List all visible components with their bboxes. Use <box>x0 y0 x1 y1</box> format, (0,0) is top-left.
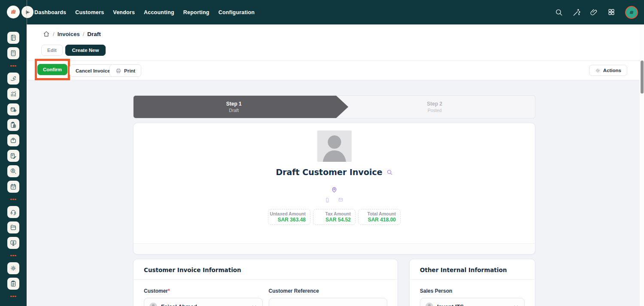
create-new-button[interactable]: Create New <box>65 45 106 56</box>
step2-subtitle: Posted <box>428 108 442 113</box>
customer-select[interactable]: Faisal Ahmed <box>144 298 263 306</box>
total-amount-label: Total Amount <box>358 211 396 216</box>
gear-icon <box>595 68 601 73</box>
chevron-down-icon <box>251 303 257 306</box>
nav-item-vendors[interactable]: Vendors <box>113 9 135 15</box>
navbar-divider <box>27 0 27 24</box>
avatar-logo-icon <box>628 9 635 16</box>
edit-button[interactable]: Edit <box>41 45 63 56</box>
confirm-highlight-annotation: Confirm <box>35 59 70 80</box>
amounts-row: Untaxed Amount SAR 363.48 Tax Amount SAR… <box>134 209 535 225</box>
clipboard-calculator-icon <box>10 121 17 128</box>
paperclip-icon[interactable] <box>590 8 598 16</box>
apps-grid-icon[interactable] <box>608 8 616 16</box>
eco-hand-icon <box>10 75 17 82</box>
breadcrumb: / Invoices / Draft <box>43 30 101 37</box>
sidebar-item-reports[interactable] <box>7 88 19 100</box>
collapse-left-icon <box>24 9 31 15</box>
sidebar-item-expenses[interactable] <box>7 150 19 162</box>
nav-item-customers[interactable]: Customers <box>75 9 104 15</box>
breadcrumb-invoices[interactable]: Invoices <box>58 31 80 37</box>
print-button[interactable]: Print <box>109 64 141 77</box>
invoice-title-row: Draft Customer Invoice <box>134 167 535 177</box>
sales-person-select[interactable]: Invent ITS <box>420 298 525 306</box>
sidebar-item-tasks[interactable] <box>7 278 19 290</box>
sidebar-section-divider <box>10 296 16 297</box>
sidebar-item-settings[interactable] <box>7 262 19 274</box>
sales-person-field-group: Sales Person Invent ITS <box>420 288 525 306</box>
search-icon[interactable] <box>555 8 563 16</box>
sidebar-item-planning[interactable] <box>7 181 19 193</box>
sidebar-item-ledger[interactable] <box>7 32 19 44</box>
calendar-check-icon <box>10 183 17 190</box>
invoice-title: Draft Customer Invoice <box>276 167 382 177</box>
invoice-stepper: Step 1 Draft Step 2 Posted <box>133 95 535 118</box>
pen-calculator-icon <box>10 152 17 159</box>
sidebar-item-eco[interactable] <box>7 73 19 85</box>
action-toolbar: Confirm Cancel Invoice Print Actions <box>27 61 644 80</box>
sidebar-section-divider <box>10 65 16 67</box>
customer-reference-input-wrap <box>269 298 388 306</box>
settings-gear-icon <box>10 265 17 272</box>
stepper-step-1[interactable]: Step 1 Draft <box>134 96 334 118</box>
printer-icon <box>115 68 122 74</box>
step2-title: Step 2 <box>427 101 442 107</box>
sidebar-item-support[interactable] <box>7 206 19 218</box>
navbar-actions <box>555 0 638 24</box>
user-avatar[interactable] <box>625 6 638 19</box>
phone-icon[interactable] <box>325 197 330 203</box>
actions-button[interactable]: Actions <box>589 65 627 76</box>
invoice-summary-card: Draft Customer Invoice <box>133 123 535 254</box>
customer-info-header: Customer Invoice Information <box>134 259 398 280</box>
nav-item-dashboards[interactable]: Dashboards <box>34 9 66 15</box>
print-button-label: Print <box>124 68 135 73</box>
tax-amount-label: Tax Amount <box>313 211 351 216</box>
stepper-step-2[interactable]: Step 2 Posted <box>334 96 535 118</box>
actions-button-label: Actions <box>603 68 621 73</box>
untaxed-amount-value: SAR 363.48 <box>268 217 306 223</box>
top-navbar: Dashboards Customers Vendors Accounting … <box>0 0 644 24</box>
customer-avatar-placeholder <box>317 130 352 162</box>
magnifier-icon[interactable] <box>386 169 393 176</box>
nav-item-configuration[interactable]: Configuration <box>219 9 255 15</box>
breadcrumb-separator: / <box>53 31 55 37</box>
sidebar-item-documents[interactable] <box>7 221 19 233</box>
brand-logo-icon <box>9 8 18 16</box>
app-logo[interactable] <box>7 6 20 18</box>
email-icon[interactable] <box>337 197 344 203</box>
sales-person-value: Invent ITS <box>437 303 509 306</box>
person-silhouette-icon <box>317 130 352 162</box>
sidebar-section-divider <box>10 199 16 200</box>
customer-info-body: Customer* Faisal Ahmed Customer Referenc… <box>134 280 398 306</box>
sidebar-item-billing[interactable] <box>7 119 19 131</box>
step1-title: Step 1 <box>226 101 242 107</box>
confirm-button[interactable]: Confirm <box>37 64 67 75</box>
breadcrumb-draft: Draft <box>87 31 101 37</box>
sidebar-item-audit[interactable] <box>7 165 19 177</box>
customer-invoice-info-card: Customer Invoice Information Customer* F… <box>133 259 398 306</box>
customer-reference-label: Customer Reference <box>269 288 388 294</box>
ledger-book-icon <box>10 34 17 41</box>
magic-wand-icon[interactable] <box>572 8 580 16</box>
customer-reference-field-group: Customer Reference <box>269 288 388 306</box>
nav-item-reporting[interactable]: Reporting <box>183 9 210 15</box>
location-row <box>134 186 535 193</box>
scrollbar-thumb[interactable] <box>641 61 644 94</box>
home-icon[interactable] <box>43 30 50 37</box>
sidebar-item-calculator[interactable] <box>7 47 19 59</box>
box-plus-icon <box>10 106 17 113</box>
step1-subtitle: Draft <box>229 108 239 113</box>
sidebar-item-elearning[interactable] <box>7 237 19 249</box>
location-pin-icon[interactable] <box>331 186 338 193</box>
contact-icons-row <box>134 197 535 203</box>
scrollbar-track[interactable] <box>640 24 644 306</box>
internal-info-body: Sales Person Invent ITS <box>410 280 535 306</box>
customer-label-text: Customer <box>144 288 168 294</box>
monitor-user-icon <box>10 239 17 246</box>
sidebar-item-inventory[interactable] <box>7 103 19 115</box>
customer-reference-input[interactable] <box>274 298 382 306</box>
header-buttons: Edit Create New <box>41 45 106 56</box>
sidebar-item-hr[interactable] <box>7 134 19 146</box>
nav-item-accounting[interactable]: Accounting <box>144 9 174 15</box>
sidebar-collapse-button[interactable] <box>21 6 33 18</box>
